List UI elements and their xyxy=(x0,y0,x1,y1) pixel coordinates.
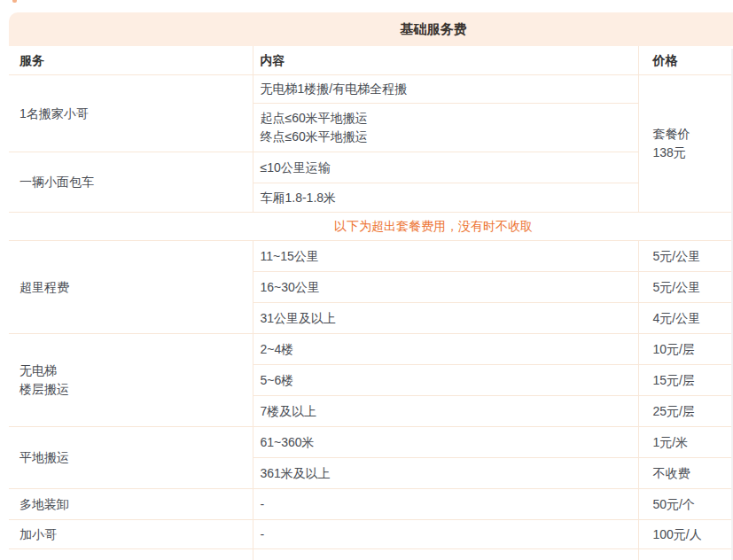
service-cell-van: 一辆小面包车 xyxy=(9,152,253,213)
table-row: 平地搬运 61~360米 1元/米 xyxy=(9,427,733,458)
artifact-dot xyxy=(12,0,17,3)
service-cell-mover: 1名搬家小哥 xyxy=(9,75,253,152)
content-cell: 车厢1.8-1.8米 xyxy=(253,183,638,213)
content-cell: 11~15公里 xyxy=(253,241,638,272)
content-cell: - xyxy=(253,520,638,549)
content-cell-empty xyxy=(253,549,638,560)
price-cell: 25元/层 xyxy=(638,396,733,427)
price-cell: 50元/个 xyxy=(638,489,733,520)
price-cell: 1元/米 xyxy=(638,427,733,458)
col-header-content: 内容 xyxy=(253,46,638,75)
content-cell: 起点≤60米平地搬运 终点≤60米平地搬运 xyxy=(253,104,638,152)
content-cell: ≤10公里运输 xyxy=(253,152,638,183)
col-header-price: 价格 xyxy=(638,46,733,75)
table-row: 加小哥 - 100元/人 xyxy=(9,520,733,549)
content-cell: 361米及以上 xyxy=(253,458,638,489)
pricing-card: 基础服务费 服务 内容 价格 1名搬家小哥 无电梯1楼搬/有电梯全程搬 套餐价 … xyxy=(9,12,733,560)
service-cell-multi-stop: 多地装卸 xyxy=(9,489,253,520)
pricing-table: 服务 内容 价格 1名搬家小哥 无电梯1楼搬/有电梯全程搬 套餐价 138元 起… xyxy=(9,46,733,560)
table-row: 超里程费 11~15公里 5元/公里 xyxy=(9,241,733,272)
table-row-partial xyxy=(9,549,733,560)
notice-row: 以下为超出套餐费用，没有时不收取 xyxy=(9,213,733,241)
service-cell-mileage: 超里程费 xyxy=(9,241,253,334)
table-row: 多地装卸 - 50元/个 xyxy=(9,489,733,520)
table-row: 无电梯 楼层搬运 2~4楼 10元/层 xyxy=(9,334,733,365)
price-cell: 15元/层 xyxy=(638,365,733,396)
content-cell: 7楼及以上 xyxy=(253,396,638,427)
col-header-service: 服务 xyxy=(9,46,253,75)
table-row: 一辆小面包车 ≤10公里运输 xyxy=(9,152,733,183)
content-cell: 2~4楼 xyxy=(253,334,638,365)
price-cell: 4元/公里 xyxy=(638,303,733,334)
content-cell: 5~6楼 xyxy=(253,365,638,396)
content-cell: 无电梯1楼搬/有电梯全程搬 xyxy=(253,75,638,104)
content-cell: - xyxy=(253,489,638,520)
price-cell-empty xyxy=(638,549,733,560)
content-cell: 16~30公里 xyxy=(253,272,638,303)
price-cell: 100元/人 xyxy=(638,520,733,549)
price-cell-package: 套餐价 138元 xyxy=(638,75,733,213)
content-cell: 61~360米 xyxy=(253,427,638,458)
notice-text: 以下为超出套餐费用，没有时不收取 xyxy=(9,213,733,241)
card-title: 基础服务费 xyxy=(9,12,733,46)
price-cell: 5元/公里 xyxy=(638,272,733,303)
price-cell: 不收费 xyxy=(638,458,733,489)
table-row: 1名搬家小哥 无电梯1楼搬/有电梯全程搬 套餐价 138元 xyxy=(9,75,733,104)
service-cell-stairs: 无电梯 楼层搬运 xyxy=(9,334,253,427)
price-cell: 10元/层 xyxy=(638,334,733,365)
service-cell-empty xyxy=(9,549,253,560)
service-cell-flat: 平地搬运 xyxy=(9,427,253,489)
content-cell: 31公里及以上 xyxy=(253,303,638,334)
table-header-row: 服务 内容 价格 xyxy=(9,46,733,75)
price-cell: 5元/公里 xyxy=(638,241,733,272)
service-cell-extra-worker: 加小哥 xyxy=(9,520,253,549)
